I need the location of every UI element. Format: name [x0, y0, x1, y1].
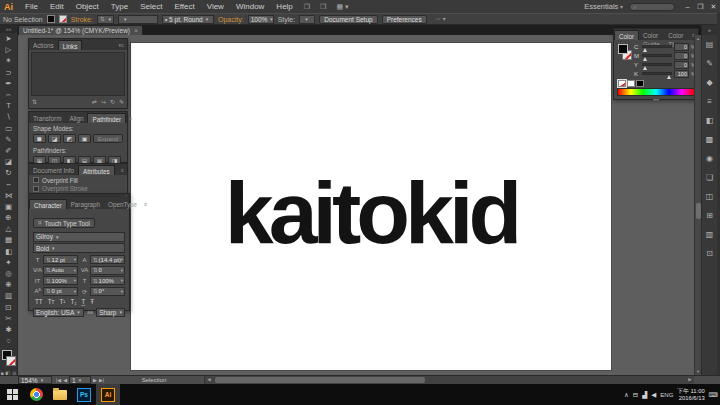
tab-transform[interactable]: Transform	[29, 113, 65, 123]
rectangle-tool-icon[interactable]: ▭	[0, 123, 17, 134]
status-display[interactable]: Selection	[104, 377, 204, 383]
previous-artboard-button[interactable]: ◀	[63, 377, 67, 383]
menu-item[interactable]: Help	[270, 2, 298, 11]
mesh-tool-icon[interactable]: ▦	[0, 234, 17, 245]
graphic-styles-icon[interactable]: ❏	[702, 168, 717, 187]
gpu-performance-icon[interactable]: ❐	[315, 3, 331, 11]
zoom-level-dropdown[interactable]: 154%	[18, 376, 52, 384]
horizontal-scroll-thumb[interactable]	[215, 377, 425, 383]
unite-icon[interactable]: ◼	[33, 134, 46, 143]
menu-item[interactable]: Effect	[168, 2, 200, 11]
tab-links[interactable]: Links	[58, 40, 83, 50]
share-icon[interactable]: 🖙 ▾	[431, 15, 451, 23]
overprint-fill-checkbox[interactable]	[33, 177, 39, 183]
eraser-tool-icon[interactable]: ◪	[0, 156, 17, 167]
document-setup-button[interactable]: Document Setup	[319, 15, 377, 24]
first-artboard-button[interactable]: |◀	[56, 377, 61, 383]
stroke-label[interactable]: Stroke:	[71, 16, 93, 23]
taskbar-chrome-button[interactable]	[24, 384, 48, 405]
panel-menu-icon[interactable]: ≡	[126, 113, 135, 123]
tab-align[interactable]: Align	[65, 113, 87, 123]
rotate-tool-icon[interactable]: ↻	[0, 167, 17, 178]
channel-slider[interactable]	[642, 45, 672, 48]
selection-tool-icon[interactable]: ➤	[0, 33, 17, 44]
scroll-right-arrow[interactable]: ▶	[686, 376, 694, 384]
superscript-button[interactable]: T¹	[59, 298, 65, 305]
brush-definition-dropdown[interactable]: • 5 pt. Round	[162, 15, 214, 24]
stroke-icon[interactable]: ≡	[702, 92, 717, 111]
tab-color[interactable]: Color	[614, 30, 639, 40]
panel-resize-grip[interactable]: ▰▰	[614, 98, 698, 101]
language-indicator[interactable]: ENG	[660, 392, 673, 398]
start-button[interactable]	[0, 384, 24, 405]
tab-pathfinder[interactable]: Pathfinder	[87, 113, 126, 123]
minus-front-icon[interactable]: ◪	[48, 134, 61, 143]
menu-item[interactable]: Object	[70, 2, 105, 11]
style-dropdown[interactable]	[299, 15, 315, 24]
taskbar-photoshop-button[interactable]: Ps	[72, 384, 96, 405]
go-to-link-icon[interactable]: ↪	[101, 98, 106, 105]
eyedropper-tool-icon[interactable]: ✦	[0, 257, 17, 268]
white-swatch[interactable]	[627, 80, 635, 87]
hand-tool-icon[interactable]: ✱	[0, 324, 17, 335]
column-graph-tool-icon[interactable]: ▥	[0, 290, 17, 301]
taskbar-explorer-button[interactable]	[48, 384, 72, 405]
artboards-icon[interactable]: ⊞	[702, 206, 717, 225]
horizontal-scrollbar[interactable]: ◀ ▶	[204, 376, 694, 384]
tools-panel-collapse-handle[interactable]: ««	[0, 25, 17, 33]
none-swatch[interactable]	[618, 80, 626, 87]
vertical-scale-field[interactable]: 100%	[43, 276, 78, 285]
exclude-icon[interactable]: ▣	[78, 134, 91, 143]
hidden-icons-chevron[interactable]: ∧	[624, 391, 629, 399]
document-tab[interactable]: Untitled-1* @ 154% (CMYK/Preview) ×	[18, 25, 143, 35]
artboard-number-field[interactable]: 1	[69, 376, 91, 384]
link-info-icon[interactable]: ⇅	[32, 98, 37, 105]
brushes-icon[interactable]: ✎	[702, 54, 717, 73]
small-caps-button[interactable]: Tᴛ	[48, 298, 55, 305]
gradient-tool-icon[interactable]: ◧	[0, 246, 17, 257]
type-tool-icon[interactable]: T	[0, 100, 17, 111]
tab-attributes[interactable]: Attributes	[78, 165, 115, 175]
slider-thumb[interactable]	[667, 75, 671, 79]
update-link-icon[interactable]: ↻	[110, 98, 115, 105]
curvature-tool-icon[interactable]: ⌢	[0, 89, 17, 100]
intersect-icon[interactable]: ◩	[63, 134, 76, 143]
underline-button[interactable]: T̲	[81, 298, 85, 305]
tab-character[interactable]: Character	[29, 199, 67, 209]
launch-bridge-icon[interactable]: ❐	[299, 3, 315, 11]
touch-type-tool-button[interactable]: ⌗ Touch Type Tool	[33, 218, 95, 228]
artboard[interactable]: kaitokid	[130, 42, 612, 371]
edit-original-icon[interactable]: ✎	[119, 98, 124, 105]
leading-field[interactable]: (14.4 pt)	[90, 255, 125, 264]
swatches-icon[interactable]: ▤	[702, 35, 717, 54]
magic-wand-tool-icon[interactable]: ✶	[0, 55, 17, 66]
font-style-dropdown[interactable]: Bold	[33, 243, 125, 253]
taskbar-illustrator-button[interactable]: Ai	[96, 384, 120, 405]
free-transform-tool-icon[interactable]: ▣	[0, 201, 17, 212]
language-dropdown[interactable]: English: USA	[33, 308, 84, 317]
slice-tool-icon[interactable]: ✂	[0, 313, 17, 324]
close-document-icon[interactable]: ×	[134, 27, 138, 34]
relink-icon[interactable]: ⇄	[92, 98, 97, 105]
expand-panels-icon[interactable]: «	[702, 25, 717, 35]
appearance-icon[interactable]: ◉	[702, 149, 717, 168]
artboard-logo-text[interactable]: kaitokid	[131, 169, 611, 257]
tab-actions[interactable]: Actions	[29, 40, 58, 50]
stroke-color-swatch[interactable]	[59, 15, 67, 23]
channel-value-field[interactable]: 0	[674, 43, 689, 51]
menu-item[interactable]: Select	[134, 2, 168, 11]
character-rotation-field[interactable]: 0°	[90, 287, 125, 296]
overprint-stroke-checkbox[interactable]	[33, 186, 39, 192]
scroll-left-arrow[interactable]: ◀	[205, 376, 213, 384]
line-segment-tool-icon[interactable]: ∖	[0, 111, 17, 122]
pencil-tool-icon[interactable]: ✐	[0, 145, 17, 156]
workspace-switcher[interactable]: Essentials	[578, 2, 629, 11]
taskbar-clock[interactable]: 下午 11:00 2016/6/13	[677, 388, 704, 401]
search-input[interactable]: ⌕	[629, 3, 675, 11]
scale-tool-icon[interactable]: ↔	[0, 178, 17, 189]
horizontal-scale-field[interactable]: 100%	[90, 276, 125, 285]
channel-slider[interactable]	[642, 54, 672, 57]
tab-paragraph[interactable]: Paragraph	[67, 199, 104, 209]
all-caps-button[interactable]: TT	[35, 298, 43, 305]
color-spectrum-bar[interactable]	[617, 88, 695, 96]
